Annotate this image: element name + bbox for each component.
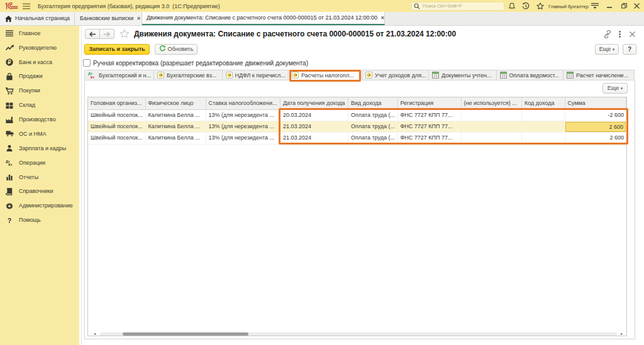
svg-text:?: ? [8,217,11,224]
svg-text:₽: ₽ [8,59,11,65]
svg-text:Кт: Кт [8,163,12,167]
svg-text:Кт: Кт [91,75,95,79]
